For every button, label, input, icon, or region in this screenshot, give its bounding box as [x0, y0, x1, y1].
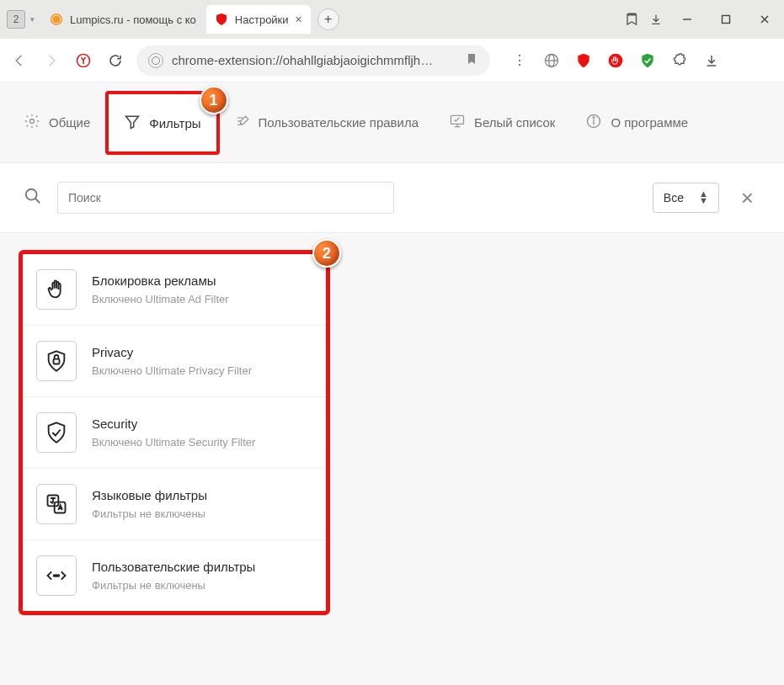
- search-input[interactable]: [57, 182, 394, 214]
- window-close-button[interactable]: [745, 0, 784, 39]
- favicon-shield-icon: [215, 13, 228, 26]
- tab-filters[interactable]: Фильтры 1: [105, 91, 219, 155]
- hand-stop-icon: [36, 269, 77, 310]
- browser-tab-lumpics[interactable]: Lumpics.ru - помощь с ко: [41, 5, 205, 34]
- bookmarks-icon[interactable]: [621, 8, 644, 31]
- funnel-icon: [124, 114, 141, 133]
- yandex-home-button[interactable]: [72, 50, 94, 72]
- svg-point-12: [30, 119, 35, 124]
- shield-check-icon: [36, 412, 77, 453]
- url-text: chrome-extension://ohahllgiabjaoigichmmf…: [172, 53, 433, 67]
- settings-tabs: Общие Фильтры 1 Пользовательские правила…: [0, 82, 784, 163]
- address-bar[interactable]: chrome-extension://ohahllgiabjaoigichmmf…: [136, 45, 490, 76]
- tab-whitelist[interactable]: Белый список: [434, 82, 570, 162]
- address-toolbar: chrome-extension://ohahllgiabjaoigichmmf…: [0, 39, 784, 82]
- pencil-list-icon: [235, 113, 252, 132]
- nav-back-button[interactable]: [8, 50, 30, 72]
- monitor-check-icon: [449, 113, 466, 132]
- download-arrow-icon[interactable]: [702, 51, 721, 70]
- filter-title: Security: [92, 417, 255, 431]
- filter-sub: Включено Ultimate Ad Filter: [92, 293, 229, 305]
- filter-row-security[interactable]: Security Включено Ultimate Security Filt…: [23, 397, 326, 469]
- globe-icon[interactable]: [542, 51, 561, 70]
- language-icon: [36, 484, 77, 524]
- filter-sub: Включено Ultimate Security Filter: [92, 436, 255, 449]
- tab-label: Lumpics.ru - помощь с ко: [70, 13, 196, 26]
- svg-line-18: [35, 199, 40, 204]
- svg-point-16: [594, 117, 595, 119]
- tab-label: Фильтры: [149, 116, 200, 130]
- menu-dots-icon[interactable]: ⋮: [510, 51, 529, 70]
- filter-row-adblock[interactable]: Блокировка рекламы Включено Ultimate Ad …: [23, 254, 326, 326]
- svg-rect-3: [723, 16, 730, 24]
- tab-user-rules[interactable]: Пользовательские правила: [220, 82, 435, 162]
- filter-dropdown[interactable]: Все ▲▼: [653, 183, 719, 213]
- lock-shield-icon: [36, 341, 77, 381]
- svg-point-17: [26, 189, 37, 200]
- site-identity-icon: [148, 53, 163, 68]
- filter-row-language[interactable]: Языковые фильтры Фильтры не включены: [23, 469, 326, 540]
- tab-label: Общие: [49, 115, 90, 130]
- svg-point-11: [609, 53, 623, 67]
- clear-search-button[interactable]: ×: [734, 185, 760, 211]
- tab-general[interactable]: Общие: [8, 82, 105, 162]
- reload-button[interactable]: [104, 50, 126, 72]
- green-shield-check-icon[interactable]: [638, 51, 657, 70]
- sort-updown-icon: ▲▼: [699, 191, 708, 204]
- filter-title: Языковые фильтры: [92, 488, 207, 502]
- tab-close-icon[interactable]: ×: [296, 13, 302, 26]
- tab-label: О программе: [611, 115, 688, 130]
- gear-icon: [24, 113, 40, 132]
- filter-sub: Включено Ultimate Privacy Filter: [92, 364, 252, 377]
- window-minimize-button[interactable]: [668, 0, 707, 39]
- chevron-down-icon[interactable]: ▾: [30, 15, 35, 24]
- svg-rect-19: [54, 359, 60, 364]
- svg-point-24: [57, 575, 59, 576]
- tab-label: Пользовательские правила: [259, 115, 419, 130]
- favicon-orange-icon: [50, 13, 63, 26]
- tab-count-badge[interactable]: 2: [7, 10, 25, 29]
- tab-about[interactable]: О программе: [570, 82, 703, 162]
- filter-title: Блокировка рекламы: [92, 273, 229, 288]
- filter-title: Privacy: [92, 345, 252, 359]
- stop-hand-icon[interactable]: [606, 51, 625, 70]
- tab-label: Настройки: [235, 13, 289, 26]
- adblock-red-shield-icon[interactable]: [574, 51, 593, 70]
- filter-row-privacy[interactable]: Privacy Включено Ultimate Privacy Filter: [23, 326, 326, 397]
- filter-sub: Фильтры не включены: [92, 507, 207, 520]
- search-bar: Все ▲▼ ×: [0, 163, 784, 233]
- code-dots-icon: [36, 555, 77, 596]
- filter-categories-list: 2 Блокировка рекламы Включено Ultimate A…: [19, 250, 330, 615]
- search-icon: [24, 187, 42, 209]
- filter-sub: Фильтры не включены: [92, 579, 255, 592]
- bookmark-star-icon[interactable]: [465, 52, 478, 68]
- extension-puzzle-icon[interactable]: [670, 51, 689, 70]
- tab-label: Белый список: [474, 115, 555, 130]
- window-maximize-button[interactable]: [707, 0, 745, 39]
- settings-page: Общие Фильтры 1 Пользовательские правила…: [0, 82, 784, 685]
- info-icon: [585, 113, 602, 132]
- downloads-arrow-icon[interactable]: [644, 8, 668, 31]
- svg-point-7: [152, 56, 160, 64]
- window-titlebar: 2 ▾ Lumpics.ru - помощь с ко Настройки ×…: [0, 0, 784, 39]
- callout-badge-2: 2: [312, 239, 341, 268]
- browser-tab-settings[interactable]: Настройки ×: [206, 5, 311, 34]
- dropdown-value: Все: [664, 191, 684, 204]
- filter-row-custom[interactable]: Пользовательские фильтры Фильтры не вклю…: [23, 540, 326, 611]
- nav-forward-button: [40, 50, 62, 72]
- new-tab-button[interactable]: +: [317, 8, 339, 30]
- filter-title: Пользовательские фильтры: [92, 560, 255, 574]
